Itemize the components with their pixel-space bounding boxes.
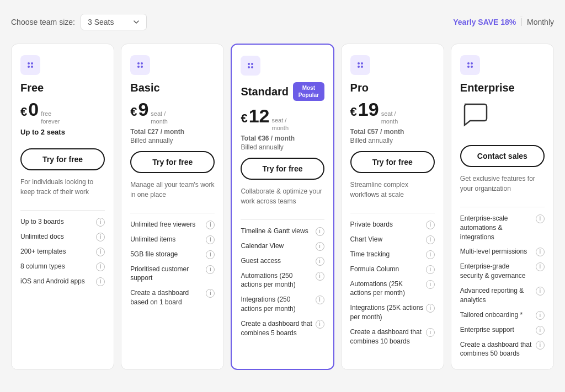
feature-label: Enterprise-scale automations & integrati… [460, 214, 536, 241]
feature-label: 5GB file storage [130, 250, 206, 259]
svg-point-1 [31, 62, 33, 65]
price-suffix: freeforever [41, 110, 60, 126]
billing-divider: | [520, 17, 523, 26]
plan-name-free: Free [20, 82, 44, 94]
svg-point-9 [251, 63, 253, 65]
price-subtext-billed: Billed annually [241, 143, 324, 151]
feature-label: Unlimited docs [20, 232, 96, 241]
info-icon[interactable]: i [426, 221, 435, 229]
info-icon[interactable]: i [316, 227, 324, 236]
info-icon[interactable]: i [426, 328, 435, 337]
info-icon[interactable]: i [536, 262, 545, 271]
svg-point-3 [31, 66, 33, 68]
feature-label: Time tracking [350, 250, 426, 259]
svg-point-15 [361, 66, 363, 68]
feature-label: iOS and Android apps [20, 277, 96, 286]
feature-label: Create a dashboard that combines 5 board… [241, 319, 315, 338]
feature-item: Private boardsi [350, 220, 435, 229]
team-size-selector: Choose team size: 3 Seats [11, 14, 147, 30]
info-icon[interactable]: i [206, 265, 215, 274]
plan-card-free: Free€0freeforeverUp to 2 seatsTry for fr… [11, 44, 114, 370]
feature-item: Advanced reporting & analyticsi [460, 286, 545, 305]
feature-item: Unlimited free viewersi [130, 220, 215, 229]
info-icon[interactable]: i [316, 242, 324, 251]
section-divider [20, 210, 105, 211]
price-row-pro: €19seat /month [350, 100, 435, 126]
cta-button-pro[interactable]: Try for free [350, 151, 435, 173]
feature-label: Create a dashboard that combines 10 boar… [350, 327, 426, 346]
price-row-basic: €9seat /month [130, 100, 215, 126]
feature-item: Tailored onboarding *i [460, 310, 545, 320]
info-icon[interactable]: i [206, 250, 215, 259]
plan-icon-standard [241, 56, 260, 76]
info-icon[interactable]: i [536, 287, 545, 296]
feature-label: Automations (250 actions per month) [241, 271, 315, 290]
info-icon[interactable]: i [426, 250, 435, 259]
info-icon[interactable]: i [536, 326, 545, 335]
svg-point-4 [137, 62, 140, 65]
feature-item: Guest accessi [241, 256, 324, 266]
plans-grid: Free€0freeforeverUp to 2 seatsTry for fr… [11, 44, 554, 370]
info-icon[interactable]: i [426, 265, 435, 274]
info-icon[interactable]: i [96, 262, 105, 271]
info-icon[interactable]: i [316, 257, 324, 266]
info-icon[interactable]: i [316, 320, 324, 329]
info-icon[interactable]: i [316, 272, 324, 281]
info-icon[interactable]: i [426, 235, 435, 244]
info-icon[interactable]: i [206, 221, 215, 229]
cta-button-enterprise[interactable]: Contact sales [460, 145, 545, 167]
feature-label: Unlimited free viewers [130, 220, 206, 229]
cta-button-basic[interactable]: Try for free [130, 151, 215, 173]
feature-label: Create a dashboard that combines 50 boar… [460, 340, 536, 359]
billing-monthly[interactable]: Monthly [527, 18, 554, 26]
svg-point-14 [358, 66, 360, 68]
feature-label: Prioritised customer support [130, 265, 206, 283]
plan-name-row-enterprise: Enterprise [460, 82, 545, 94]
features-list-enterprise: Enterprise-scale automations & integrati… [460, 214, 545, 358]
plan-card-pro: Pro€19seat /monthTotal €57 / monthBilled… [341, 44, 444, 370]
plan-description-enterprise: Get exclusive features for your organiza… [460, 174, 545, 194]
price-subtext-total: Total €27 / month [130, 128, 215, 136]
feature-item: Automations (250 actions per month)i [241, 271, 324, 290]
info-icon[interactable]: i [96, 277, 105, 286]
plan-description-free: For individuals looking to keep track of… [20, 177, 105, 197]
feature-label: Tailored onboarding * [460, 310, 536, 320]
feature-label: Multi-level permissions [460, 247, 536, 256]
billing-yearly[interactable]: Yearly SAVE 18% [453, 18, 516, 26]
feature-item: Enterprise-grade security & governancei [460, 262, 545, 281]
info-icon[interactable]: i [206, 235, 215, 244]
price-suffix: seat /month [381, 110, 398, 126]
features-list-basic: Unlimited free viewersiUnlimited itemsi5… [130, 220, 215, 307]
chevron-down-icon [133, 19, 140, 25]
plan-icon-pro [350, 55, 370, 75]
info-icon[interactable]: i [536, 248, 545, 256]
svg-point-6 [137, 66, 140, 68]
feature-item: Enterprise-scale automations & integrati… [460, 214, 545, 241]
info-icon[interactable]: i [536, 311, 545, 320]
info-icon[interactable]: i [206, 289, 215, 298]
cta-button-free[interactable]: Try for free [20, 148, 105, 170]
feature-item: Prioritised customer supporti [130, 265, 215, 283]
section-divider [241, 219, 324, 220]
info-icon[interactable]: i [536, 341, 545, 350]
top-bar: Choose team size: 3 Seats Yearly SAVE 18… [11, 11, 554, 33]
svg-point-5 [141, 62, 143, 65]
feature-item: Timeline & Gantt viewsi [241, 227, 324, 236]
feature-item: Create a dashboard that combines 50 boar… [460, 340, 545, 359]
cta-button-standard[interactable]: Try for free [241, 158, 324, 180]
enterprise-chat-icon [460, 100, 545, 131]
info-icon[interactable]: i [96, 218, 105, 227]
info-icon[interactable]: i [536, 214, 545, 223]
team-size-dropdown[interactable]: 3 Seats [81, 14, 147, 30]
price-currency: € [130, 105, 137, 119]
plan-icon-free [20, 55, 40, 75]
section-divider [350, 213, 435, 213]
info-icon[interactable]: i [96, 248, 105, 256]
feature-item: iOS and Android appsi [20, 277, 105, 286]
info-icon[interactable]: i [426, 280, 435, 289]
plan-name-row-standard: StandardMost Popular [241, 82, 324, 101]
info-icon[interactable]: i [426, 304, 435, 313]
feature-item: Time trackingi [350, 250, 435, 259]
info-icon[interactable]: i [96, 233, 105, 241]
info-icon[interactable]: i [316, 296, 324, 304]
